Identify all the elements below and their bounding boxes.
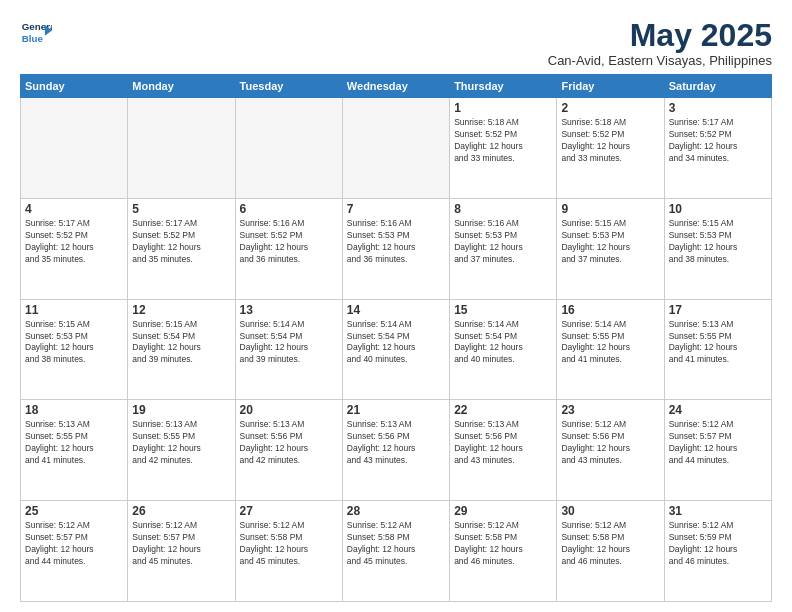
calendar-cell: 4Sunrise: 5:17 AM Sunset: 5:52 PM Daylig… xyxy=(21,198,128,299)
day-number: 1 xyxy=(454,101,552,115)
day-number: 18 xyxy=(25,403,123,417)
day-info: Sunrise: 5:16 AM Sunset: 5:52 PM Dayligh… xyxy=(240,218,338,266)
day-info: Sunrise: 5:18 AM Sunset: 5:52 PM Dayligh… xyxy=(561,117,659,165)
calendar-cell: 31Sunrise: 5:12 AM Sunset: 5:59 PM Dayli… xyxy=(664,501,771,602)
col-header-tuesday: Tuesday xyxy=(235,75,342,98)
day-info: Sunrise: 5:12 AM Sunset: 5:58 PM Dayligh… xyxy=(561,520,659,568)
calendar-cell: 20Sunrise: 5:13 AM Sunset: 5:56 PM Dayli… xyxy=(235,400,342,501)
day-number: 19 xyxy=(132,403,230,417)
calendar-cell: 26Sunrise: 5:12 AM Sunset: 5:57 PM Dayli… xyxy=(128,501,235,602)
day-info: Sunrise: 5:17 AM Sunset: 5:52 PM Dayligh… xyxy=(25,218,123,266)
calendar-cell: 17Sunrise: 5:13 AM Sunset: 5:55 PM Dayli… xyxy=(664,299,771,400)
calendar-cell: 27Sunrise: 5:12 AM Sunset: 5:58 PM Dayli… xyxy=(235,501,342,602)
col-header-thursday: Thursday xyxy=(450,75,557,98)
col-header-sunday: Sunday xyxy=(21,75,128,98)
day-number: 23 xyxy=(561,403,659,417)
day-info: Sunrise: 5:15 AM Sunset: 5:54 PM Dayligh… xyxy=(132,319,230,367)
day-number: 27 xyxy=(240,504,338,518)
day-number: 6 xyxy=(240,202,338,216)
day-info: Sunrise: 5:12 AM Sunset: 5:57 PM Dayligh… xyxy=(25,520,123,568)
day-number: 17 xyxy=(669,303,767,317)
calendar-cell: 12Sunrise: 5:15 AM Sunset: 5:54 PM Dayli… xyxy=(128,299,235,400)
day-info: Sunrise: 5:12 AM Sunset: 5:57 PM Dayligh… xyxy=(132,520,230,568)
calendar-cell xyxy=(342,98,449,199)
day-info: Sunrise: 5:18 AM Sunset: 5:52 PM Dayligh… xyxy=(454,117,552,165)
calendar-cell: 13Sunrise: 5:14 AM Sunset: 5:54 PM Dayli… xyxy=(235,299,342,400)
day-number: 14 xyxy=(347,303,445,317)
col-header-monday: Monday xyxy=(128,75,235,98)
day-number: 20 xyxy=(240,403,338,417)
calendar-cell: 11Sunrise: 5:15 AM Sunset: 5:53 PM Dayli… xyxy=(21,299,128,400)
calendar-cell: 5Sunrise: 5:17 AM Sunset: 5:52 PM Daylig… xyxy=(128,198,235,299)
main-title: May 2025 xyxy=(548,18,772,53)
week-row-1: 1Sunrise: 5:18 AM Sunset: 5:52 PM Daylig… xyxy=(21,98,772,199)
day-info: Sunrise: 5:13 AM Sunset: 5:55 PM Dayligh… xyxy=(669,319,767,367)
calendar-cell: 22Sunrise: 5:13 AM Sunset: 5:56 PM Dayli… xyxy=(450,400,557,501)
page: General Blue May 2025 Can-Avid, Eastern … xyxy=(0,0,792,612)
calendar-cell xyxy=(235,98,342,199)
day-info: Sunrise: 5:14 AM Sunset: 5:54 PM Dayligh… xyxy=(347,319,445,367)
day-number: 9 xyxy=(561,202,659,216)
week-row-2: 4Sunrise: 5:17 AM Sunset: 5:52 PM Daylig… xyxy=(21,198,772,299)
day-number: 2 xyxy=(561,101,659,115)
day-info: Sunrise: 5:12 AM Sunset: 5:58 PM Dayligh… xyxy=(347,520,445,568)
day-info: Sunrise: 5:12 AM Sunset: 5:59 PM Dayligh… xyxy=(669,520,767,568)
calendar-cell xyxy=(128,98,235,199)
day-number: 4 xyxy=(25,202,123,216)
day-number: 16 xyxy=(561,303,659,317)
col-header-wednesday: Wednesday xyxy=(342,75,449,98)
calendar-cell: 29Sunrise: 5:12 AM Sunset: 5:58 PM Dayli… xyxy=(450,501,557,602)
day-info: Sunrise: 5:12 AM Sunset: 5:57 PM Dayligh… xyxy=(669,419,767,467)
day-number: 13 xyxy=(240,303,338,317)
calendar-cell: 8Sunrise: 5:16 AM Sunset: 5:53 PM Daylig… xyxy=(450,198,557,299)
week-row-4: 18Sunrise: 5:13 AM Sunset: 5:55 PM Dayli… xyxy=(21,400,772,501)
calendar-cell: 10Sunrise: 5:15 AM Sunset: 5:53 PM Dayli… xyxy=(664,198,771,299)
day-info: Sunrise: 5:13 AM Sunset: 5:55 PM Dayligh… xyxy=(132,419,230,467)
day-number: 21 xyxy=(347,403,445,417)
day-number: 7 xyxy=(347,202,445,216)
week-row-3: 11Sunrise: 5:15 AM Sunset: 5:53 PM Dayli… xyxy=(21,299,772,400)
calendar-cell: 15Sunrise: 5:14 AM Sunset: 5:54 PM Dayli… xyxy=(450,299,557,400)
day-info: Sunrise: 5:13 AM Sunset: 5:56 PM Dayligh… xyxy=(347,419,445,467)
day-info: Sunrise: 5:15 AM Sunset: 5:53 PM Dayligh… xyxy=(561,218,659,266)
day-info: Sunrise: 5:14 AM Sunset: 5:54 PM Dayligh… xyxy=(454,319,552,367)
calendar-cell: 3Sunrise: 5:17 AM Sunset: 5:52 PM Daylig… xyxy=(664,98,771,199)
day-info: Sunrise: 5:12 AM Sunset: 5:56 PM Dayligh… xyxy=(561,419,659,467)
day-info: Sunrise: 5:12 AM Sunset: 5:58 PM Dayligh… xyxy=(240,520,338,568)
calendar-cell: 1Sunrise: 5:18 AM Sunset: 5:52 PM Daylig… xyxy=(450,98,557,199)
day-number: 8 xyxy=(454,202,552,216)
calendar-cell: 16Sunrise: 5:14 AM Sunset: 5:55 PM Dayli… xyxy=(557,299,664,400)
calendar-cell: 9Sunrise: 5:15 AM Sunset: 5:53 PM Daylig… xyxy=(557,198,664,299)
day-info: Sunrise: 5:16 AM Sunset: 5:53 PM Dayligh… xyxy=(347,218,445,266)
day-info: Sunrise: 5:12 AM Sunset: 5:58 PM Dayligh… xyxy=(454,520,552,568)
calendar-cell: 25Sunrise: 5:12 AM Sunset: 5:57 PM Dayli… xyxy=(21,501,128,602)
day-info: Sunrise: 5:15 AM Sunset: 5:53 PM Dayligh… xyxy=(25,319,123,367)
day-number: 25 xyxy=(25,504,123,518)
day-info: Sunrise: 5:17 AM Sunset: 5:52 PM Dayligh… xyxy=(132,218,230,266)
title-area: May 2025 Can-Avid, Eastern Visayas, Phil… xyxy=(548,18,772,68)
calendar-cell: 2Sunrise: 5:18 AM Sunset: 5:52 PM Daylig… xyxy=(557,98,664,199)
calendar-cell: 24Sunrise: 5:12 AM Sunset: 5:57 PM Dayli… xyxy=(664,400,771,501)
day-number: 30 xyxy=(561,504,659,518)
calendar-cell xyxy=(21,98,128,199)
calendar-cell: 18Sunrise: 5:13 AM Sunset: 5:55 PM Dayli… xyxy=(21,400,128,501)
day-number: 10 xyxy=(669,202,767,216)
calendar-table: SundayMondayTuesdayWednesdayThursdayFrid… xyxy=(20,74,772,602)
calendar-cell: 30Sunrise: 5:12 AM Sunset: 5:58 PM Dayli… xyxy=(557,501,664,602)
logo-icon: General Blue xyxy=(20,18,52,50)
day-info: Sunrise: 5:14 AM Sunset: 5:55 PM Dayligh… xyxy=(561,319,659,367)
day-number: 22 xyxy=(454,403,552,417)
col-header-friday: Friday xyxy=(557,75,664,98)
day-number: 31 xyxy=(669,504,767,518)
svg-text:Blue: Blue xyxy=(22,33,44,44)
calendar-cell: 7Sunrise: 5:16 AM Sunset: 5:53 PM Daylig… xyxy=(342,198,449,299)
header-row: SundayMondayTuesdayWednesdayThursdayFrid… xyxy=(21,75,772,98)
day-info: Sunrise: 5:13 AM Sunset: 5:56 PM Dayligh… xyxy=(240,419,338,467)
day-info: Sunrise: 5:13 AM Sunset: 5:55 PM Dayligh… xyxy=(25,419,123,467)
day-info: Sunrise: 5:17 AM Sunset: 5:52 PM Dayligh… xyxy=(669,117,767,165)
calendar-cell: 19Sunrise: 5:13 AM Sunset: 5:55 PM Dayli… xyxy=(128,400,235,501)
header: General Blue May 2025 Can-Avid, Eastern … xyxy=(20,18,772,68)
day-number: 26 xyxy=(132,504,230,518)
day-number: 28 xyxy=(347,504,445,518)
day-number: 3 xyxy=(669,101,767,115)
